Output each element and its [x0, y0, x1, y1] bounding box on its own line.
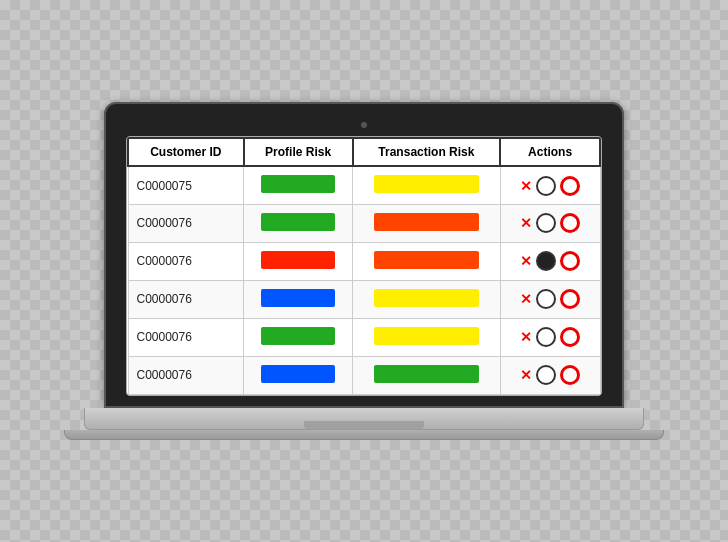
col-header-transaction-risk: Transaction Risk: [353, 138, 501, 166]
table-row: C0000076✕: [128, 204, 600, 242]
customer-id-cell: C0000076: [128, 280, 244, 318]
profile-risk-bar: [261, 213, 334, 231]
circle-toggle-icon[interactable]: [536, 327, 556, 347]
circle-toggle-icon[interactable]: [536, 251, 556, 271]
transaction-risk-bar: [374, 175, 479, 193]
actions-cell: ✕: [500, 242, 600, 280]
circle-alert-icon[interactable]: [560, 213, 580, 233]
circle-alert-icon[interactable]: [560, 289, 580, 309]
profile-risk-bar: [261, 365, 334, 383]
profile-risk-cell: [244, 242, 353, 280]
profile-risk-cell: [244, 318, 353, 356]
circle-alert-icon[interactable]: [560, 365, 580, 385]
transaction-risk-bar: [374, 251, 479, 269]
delete-icon[interactable]: ✕: [520, 367, 532, 383]
col-header-actions: Actions: [500, 138, 600, 166]
actions-cell: ✕: [500, 280, 600, 318]
profile-risk-cell: [244, 356, 353, 394]
actions-cell: ✕: [500, 356, 600, 394]
transaction-risk-cell: [353, 166, 501, 204]
profile-risk-bar: [261, 251, 334, 269]
transaction-risk-cell: [353, 204, 501, 242]
transaction-risk-cell: [353, 318, 501, 356]
laptop-foot: [64, 430, 664, 440]
circle-toggle-icon[interactable]: [536, 289, 556, 309]
risk-table: Customer ID Profile Risk Transaction Ris…: [127, 137, 601, 395]
table-row: C0000076✕: [128, 356, 600, 394]
camera-dot: [361, 122, 367, 128]
circle-toggle-icon[interactable]: [536, 213, 556, 233]
profile-risk-bar: [261, 175, 334, 193]
circle-alert-icon[interactable]: [560, 251, 580, 271]
profile-risk-bar: [261, 327, 334, 345]
delete-icon[interactable]: ✕: [520, 329, 532, 345]
transaction-risk-bar: [374, 327, 479, 345]
table-row: C0000075✕: [128, 166, 600, 204]
laptop-screen: Customer ID Profile Risk Transaction Ris…: [104, 102, 624, 408]
delete-icon[interactable]: ✕: [520, 291, 532, 307]
transaction-risk-bar: [374, 365, 479, 383]
delete-icon[interactable]: ✕: [520, 178, 532, 194]
laptop-wrapper: Customer ID Profile Risk Transaction Ris…: [64, 102, 664, 440]
col-header-profile-risk: Profile Risk: [244, 138, 353, 166]
table-row: C0000076✕: [128, 318, 600, 356]
customer-id-cell: C0000076: [128, 204, 244, 242]
table-row: C0000076✕: [128, 280, 600, 318]
profile-risk-cell: [244, 204, 353, 242]
screen-inner: Customer ID Profile Risk Transaction Ris…: [126, 136, 602, 396]
actions-cell: ✕: [500, 166, 600, 204]
laptop-base: [84, 408, 644, 430]
customer-id-cell: C0000075: [128, 166, 244, 204]
circle-toggle-icon[interactable]: [536, 365, 556, 385]
customer-id-cell: C0000076: [128, 356, 244, 394]
transaction-risk-cell: [353, 280, 501, 318]
actions-cell: ✕: [500, 204, 600, 242]
transaction-risk-cell: [353, 242, 501, 280]
circle-alert-icon[interactable]: [560, 176, 580, 196]
customer-id-cell: C0000076: [128, 318, 244, 356]
profile-risk-bar: [261, 289, 334, 307]
table-row: C0000076✕: [128, 242, 600, 280]
circle-toggle-icon[interactable]: [536, 176, 556, 196]
transaction-risk-bar: [374, 213, 479, 231]
transaction-risk-cell: [353, 356, 501, 394]
profile-risk-cell: [244, 280, 353, 318]
delete-icon[interactable]: ✕: [520, 253, 532, 269]
col-header-customer-id: Customer ID: [128, 138, 244, 166]
customer-id-cell: C0000076: [128, 242, 244, 280]
transaction-risk-bar: [374, 289, 479, 307]
profile-risk-cell: [244, 166, 353, 204]
delete-icon[interactable]: ✕: [520, 215, 532, 231]
circle-alert-icon[interactable]: [560, 327, 580, 347]
actions-cell: ✕: [500, 318, 600, 356]
